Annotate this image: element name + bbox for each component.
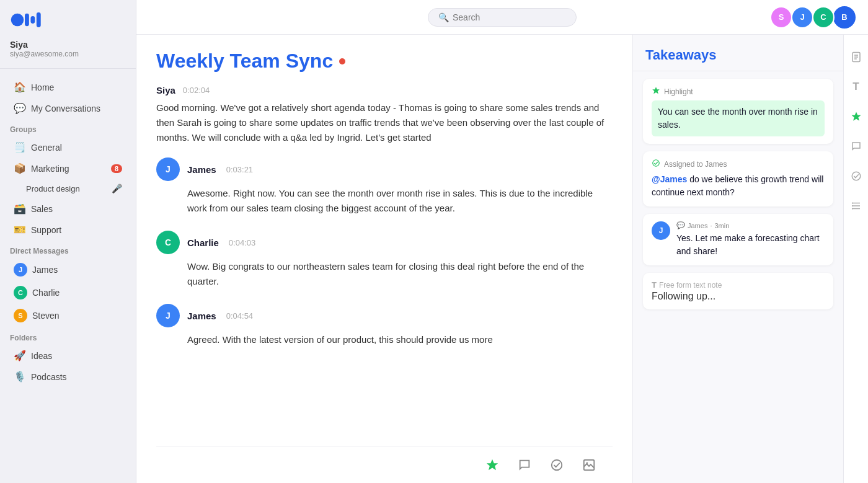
dm-section-title: Direct Messages — [0, 241, 136, 258]
note-text: Following up... — [652, 291, 715, 301]
sidebar-general-label: General — [31, 143, 62, 153]
sidebar-item-sales[interactable]: 🗃️ Sales — [4, 198, 132, 219]
sales-icon: 🗃️ — [14, 203, 26, 215]
folders-section-title: Folders — [0, 327, 136, 345]
msg3-sender: Charlie — [187, 237, 219, 248]
note-input[interactable]: Following up... — [652, 291, 825, 302]
sidebar-marketing-label: Marketing — [31, 164, 69, 174]
message-group-charlie: C Charlie 0:04:03 Wow. Big congrats to o… — [156, 231, 613, 289]
message-group-james-2: J James 0:04:54 Agreed. With the latest … — [156, 304, 613, 347]
sidebar-dm-steven[interactable]: S Steven — [4, 304, 132, 327]
sidebar-podcasts-label: Podcasts — [31, 372, 67, 382]
sidebar-dm-james-label: James — [32, 265, 58, 275]
takeaway-card-assigned: Assigned to James @James do we believe t… — [643, 151, 833, 206]
comment-icon-btn[interactable] — [846, 136, 866, 156]
right-panel: Takeaways Highlight You can see the mont… — [632, 35, 843, 483]
image-toolbar-btn[interactable] — [578, 454, 600, 476]
topbar: 🔍 S J C B — [136, 0, 868, 35]
search-input[interactable] — [453, 12, 552, 22]
sidebar-folder-ideas[interactable]: 🚀 Ideas — [4, 345, 132, 366]
svg-point-17 — [851, 205, 852, 206]
msg4-time: 0:04:54 — [226, 311, 253, 321]
list-icon-btn[interactable] — [846, 196, 866, 216]
sidebar-dm-james[interactable]: J James — [4, 259, 132, 281]
chat-main: Weekly Team Sync Siya 0:02:04 Good morni… — [136, 35, 632, 483]
tw-james-text: Yes. Let me make a forecasting chart and… — [676, 232, 825, 258]
user-profile[interactable]: Siya siya@awesome.com — [0, 40, 136, 69]
sidebar-dm-charlie[interactable]: C Charlie — [4, 281, 132, 304]
tw-james-dot: · — [710, 222, 712, 229]
svg-point-4 — [552, 459, 562, 470]
note-label-text: Free form text note — [659, 281, 722, 290]
svg-point-16 — [851, 202, 852, 203]
check-icon-btn[interactable] — [846, 166, 866, 186]
svg-rect-1 — [25, 14, 29, 27]
right-icons-bar: T — [843, 35, 868, 483]
charlie-avatar: C — [14, 286, 27, 299]
tw-james-time: 3min — [714, 222, 729, 229]
highlight-icon-btn[interactable] — [846, 107, 866, 126]
avatar-active-user: B — [833, 6, 856, 29]
assigned-text: @James do we believe this growth trend w… — [652, 173, 825, 199]
sidebar-item-product-design[interactable]: Product design 🎤 — [4, 179, 132, 198]
comment-toolbar-btn[interactable] — [513, 454, 536, 476]
chat-title: Weekly Team Sync — [156, 50, 613, 73]
svg-point-7 — [653, 160, 660, 167]
assigned-label-text: Assigned to James — [664, 160, 727, 169]
sidebar-folder-podcasts[interactable]: 🎙️ Podcasts — [4, 366, 132, 387]
marketing-icon: 📦 — [14, 162, 26, 174]
message-group-james-1: J James 0:03:21 Awesome. Right now. You … — [156, 157, 613, 216]
takeaway-card-user-james: J 💬 James · 3min Yes. Let me make a fore… — [643, 214, 833, 265]
sidebar-item-support[interactable]: 🎫 Support — [4, 219, 132, 240]
sidebar-item-my-conversations[interactable]: 💬 My Conversations — [4, 98, 132, 118]
doc-icon-btn[interactable] — [846, 47, 866, 67]
avatar-james: J — [791, 6, 813, 29]
check-toolbar-btn[interactable] — [546, 454, 568, 476]
conversations-icon: 💬 — [14, 102, 26, 114]
msg4-body: Agreed. With the latest version of our p… — [156, 332, 613, 347]
mic-icon: 🎤 — [112, 184, 122, 193]
tw-james-info: 💬 James · 3min Yes. Let me make a foreca… — [676, 221, 825, 258]
sidebar-my-conversations-label: My Conversations — [31, 104, 100, 113]
sidebar: Siya siya@awesome.com 🏠 Home 💬 My Conver… — [0, 0, 136, 483]
chat-toolbar — [156, 446, 613, 483]
highlight-toolbar-btn[interactable] — [481, 454, 503, 476]
avatar-charlie: C — [812, 6, 835, 29]
highlight-text: You can see the month over month rise in… — [652, 100, 825, 136]
sidebar-support-label: Support — [31, 225, 61, 235]
msg3-time: 0:04:03 — [229, 238, 255, 247]
sidebar-item-general[interactable]: 🗒️ General — [4, 137, 132, 157]
msg3-header: C Charlie 0:04:03 — [156, 231, 613, 254]
note-t-icon: T — [652, 280, 657, 290]
svg-rect-3 — [37, 12, 41, 27]
highlight-label-text: Highlight — [664, 87, 693, 96]
msg4-avatar: J — [156, 304, 180, 327]
sidebar-dm-steven-label: Steven — [32, 311, 60, 321]
search-bar[interactable]: 🔍 — [428, 8, 577, 27]
topbar-avatars: S J C B — [770, 6, 856, 29]
msg4-header: J James 0:04:54 — [156, 304, 613, 327]
sidebar-item-home[interactable]: 🏠 Home — [4, 77, 132, 97]
user-email: siya@awesome.com — [10, 50, 126, 58]
messages-area: Siya 0:02:04 Good morning. We've got a r… — [156, 85, 613, 446]
assigned-label: Assigned to James — [652, 159, 825, 169]
tw-james-avatar: J — [652, 221, 670, 240]
msg2-body: Awesome. Right now. You can see the mont… — [156, 186, 613, 216]
groups-section-title: Groups — [0, 119, 136, 136]
sidebar-product-design-label: Product design — [26, 184, 80, 193]
sidebar-ideas-label: Ideas — [31, 351, 52, 361]
takeaway-card-note[interactable]: T Free form text note Following up... — [643, 273, 833, 309]
sidebar-item-marketing[interactable]: 📦 Marketing 8 — [4, 158, 132, 179]
text-icon-btn[interactable]: T — [846, 77, 866, 97]
general-icon: 🗒️ — [14, 141, 26, 153]
msg2-sender: James — [187, 164, 216, 175]
chat-container: Weekly Team Sync Siya 0:02:04 Good morni… — [136, 35, 868, 483]
app-logo — [10, 10, 47, 30]
svg-rect-2 — [30, 16, 35, 24]
msg3-body: Wow. Big congrats to our northeastern sa… — [156, 259, 613, 289]
ideas-icon: 🚀 — [14, 350, 26, 361]
avatar-siya: S — [770, 6, 792, 29]
msg1-sender: Siya — [156, 85, 175, 95]
message-group-siya: Siya 0:02:04 Good morning. We've got a r… — [156, 85, 613, 145]
svg-point-0 — [11, 14, 24, 27]
